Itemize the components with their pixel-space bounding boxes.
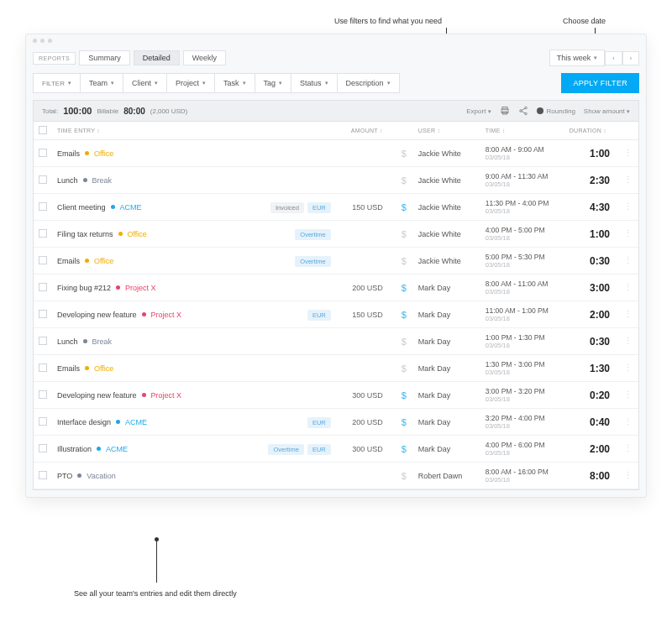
filter-tag[interactable]: Tag ▾ [255, 73, 291, 93]
row-checkbox[interactable] [39, 229, 47, 238]
table-row[interactable]: Interface designACME EUR 200 USD $ Mark … [34, 409, 638, 436]
table-row[interactable]: LunchBreak $ Jackie White 9:00 AM - 11:3… [34, 167, 638, 194]
table-row[interactable]: Developing new featureProject X EUR 150 … [34, 301, 638, 328]
project-name: Break [92, 337, 113, 346]
table-row[interactable]: EmailsOffice Overtime $ Jackie White 5:0… [34, 248, 638, 275]
row-checkbox[interactable] [39, 310, 47, 318]
row-checkbox[interactable] [39, 444, 47, 452]
more-icon[interactable]: ⋮ [623, 282, 633, 292]
table-row[interactable]: Client meetingACME InvoicedEUR 150 USD $… [34, 194, 638, 221]
table-row[interactable]: LunchBreak $ Mark Day 1:00 PM - 1:30 PM0… [34, 328, 638, 355]
row-checkbox[interactable] [39, 363, 47, 372]
table-row[interactable]: Fixing bug #212Project X 200 USD $ Mark … [34, 275, 638, 301]
dollar-icon[interactable]: $ [402, 417, 407, 427]
rounding-toggle[interactable]: Rounding [537, 107, 575, 115]
badge: EUR [307, 310, 331, 321]
more-icon[interactable]: ⋮ [623, 416, 633, 426]
col-time[interactable]: TIME↕ [480, 122, 564, 140]
filter-description[interactable]: Description ▾ [337, 73, 400, 93]
time-range: 11:00 AM - 1:00 PM [486, 306, 559, 315]
filter-status[interactable]: Status ▾ [291, 73, 337, 93]
row-checkbox[interactable] [39, 283, 47, 291]
more-icon[interactable]: ⋮ [623, 363, 633, 373]
dollar-icon[interactable]: $ [402, 202, 407, 212]
dollar-icon[interactable]: $ [402, 471, 407, 481]
duration-value: 1:30 [590, 363, 610, 374]
col-user[interactable]: USER↕ [413, 122, 480, 140]
more-icon[interactable]: ⋮ [623, 443, 633, 453]
dollar-icon[interactable]: $ [402, 256, 407, 266]
row-checkbox[interactable] [39, 471, 47, 479]
row-checkbox[interactable] [39, 256, 47, 264]
tab-weekly[interactable]: Weekly [183, 50, 226, 65]
share-icon[interactable] [518, 106, 528, 116]
project-dot-icon [142, 393, 146, 397]
more-icon[interactable]: ⋮ [623, 309, 633, 319]
entry-desc: Emails [57, 149, 80, 158]
filter-task[interactable]: Task ▾ [214, 73, 255, 93]
date-prev-button[interactable]: ‹ [605, 51, 622, 65]
table-row[interactable]: Filing tax returnsOffice Overtime $ Jack… [34, 221, 638, 248]
more-icon[interactable]: ⋮ [623, 255, 633, 265]
time-range: 9:00 AM - 11:30 AM [486, 172, 559, 180]
more-icon[interactable]: ⋮ [623, 390, 633, 400]
amount-value: 200 USD [336, 409, 395, 436]
filter-team[interactable]: Team ▾ [80, 73, 123, 93]
svg-line-6 [522, 108, 525, 111]
col-duration[interactable]: DURATION↕ [564, 122, 618, 140]
print-icon[interactable] [500, 106, 510, 116]
dollar-icon[interactable]: $ [402, 229, 407, 239]
dollar-icon[interactable]: $ [402, 149, 407, 159]
more-icon[interactable]: ⋮ [623, 470, 633, 480]
dollar-icon[interactable]: $ [402, 390, 407, 400]
more-icon[interactable]: ⋮ [623, 228, 633, 238]
dollar-icon[interactable]: $ [402, 175, 407, 186]
filter-label[interactable]: FILTER ▾ [33, 73, 80, 93]
dollar-icon[interactable]: $ [402, 363, 407, 374]
apply-filter-button[interactable]: APPLY FILTER [561, 73, 639, 93]
table-row[interactable]: EmailsOffice $ Jackie White 8:00 AM - 9:… [34, 140, 638, 167]
user-name: Jackie White [413, 167, 480, 194]
date-value: 03/05/18 [486, 395, 559, 403]
col-entry[interactable]: TIME ENTRY↕ [52, 122, 260, 140]
badge: EUR [307, 202, 331, 213]
dollar-icon[interactable]: $ [402, 444, 407, 454]
date-value: 03/05/18 [486, 261, 559, 269]
billable-usd: (2,000 USD) [150, 107, 187, 115]
filter-client[interactable]: Client ▾ [123, 73, 166, 93]
more-icon[interactable]: ⋮ [623, 336, 633, 346]
select-all-checkbox[interactable] [39, 126, 47, 134]
dollar-icon[interactable]: $ [402, 283, 407, 293]
date-next-button[interactable]: › [622, 51, 639, 65]
billable-label: Billable [97, 107, 118, 115]
table-row[interactable]: EmailsOffice $ Mark Day 1:30 PM - 3:00 P… [34, 355, 638, 382]
row-checkbox[interactable] [39, 417, 47, 426]
row-checkbox[interactable] [39, 149, 47, 157]
more-icon[interactable]: ⋮ [623, 148, 633, 158]
tab-detailed[interactable]: Detailed [134, 50, 180, 65]
filter-project[interactable]: Project ▾ [166, 73, 214, 93]
entry-desc: Emails [57, 364, 80, 373]
date-picker[interactable]: This week ▾ [549, 50, 606, 66]
table-row[interactable]: IllustrationACME OvertimeEUR 300 USD $ M… [34, 436, 638, 463]
row-checkbox[interactable] [39, 175, 47, 184]
project-dot-icon [85, 151, 89, 155]
export-button[interactable]: Export ▾ [466, 107, 491, 115]
col-amount[interactable]: AMOUNT↕ [336, 122, 395, 140]
tab-summary[interactable]: Summary [79, 50, 130, 65]
row-checkbox[interactable] [39, 202, 47, 211]
table-row[interactable]: Developing new featureProject X 300 USD … [34, 382, 638, 409]
more-icon[interactable]: ⋮ [623, 201, 633, 212]
more-icon[interactable]: ⋮ [623, 175, 633, 185]
entry-desc: Emails [57, 257, 80, 265]
row-checkbox[interactable] [39, 337, 47, 345]
date-value: 03/05/18 [486, 207, 559, 215]
dollar-icon[interactable]: $ [402, 310, 407, 320]
project-name: ACME [106, 445, 128, 453]
table-row[interactable]: PTOVacation $ Robert Dawn 8:00 AM - 16:0… [34, 463, 638, 489]
show-amount-button[interactable]: Show amount ▾ [584, 107, 630, 115]
user-name: Jackie White [413, 194, 480, 221]
dollar-icon[interactable]: $ [402, 337, 407, 347]
row-checkbox[interactable] [39, 390, 47, 399]
project-name: Office [94, 364, 113, 373]
